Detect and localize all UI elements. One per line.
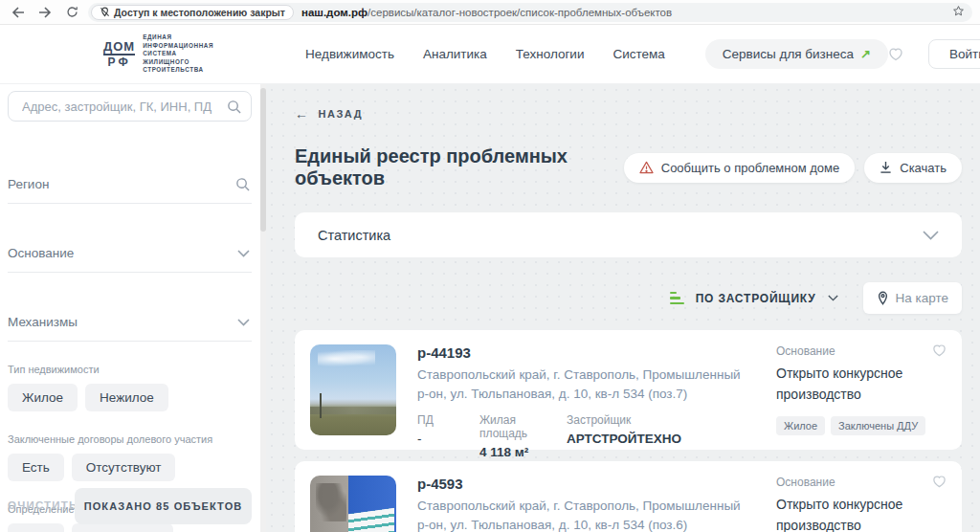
location-permission-chip[interactable]: Доступ к местоположению закрыт xyxy=(91,5,294,20)
url-path: /сервисы/каталог-новостроек/список-пробл… xyxy=(368,7,672,18)
main-content: ← НАЗАД Единый реестр проблемных объекто… xyxy=(266,84,980,532)
sidebar-scrollbar xyxy=(260,84,266,532)
login-button[interactable]: Войти xyxy=(928,39,980,69)
favorites-heart-icon[interactable] xyxy=(888,47,903,61)
basis-value: Открыто конкурсное производство xyxy=(776,495,925,532)
chip-court-no[interactable]: Отсутствует xyxy=(72,523,173,532)
address-bar[interactable]: Доступ к местоположению закрыт наш.дом.р… xyxy=(88,3,972,22)
tag-residential: Жилое xyxy=(776,416,825,435)
search-icon[interactable] xyxy=(227,100,241,114)
object-card[interactable]: р-4593 Ставропольский край, г. Ставропол… xyxy=(295,461,962,532)
filter-mechanisms[interactable]: Механизмы xyxy=(8,305,252,342)
chip-ddu-no[interactable]: Отсутствуют xyxy=(72,454,176,481)
show-on-map-label: На карте xyxy=(896,291,948,305)
filter-basis-label: Основание xyxy=(8,246,74,260)
search-field xyxy=(8,91,252,122)
location-blocked-icon xyxy=(100,7,110,17)
download-icon xyxy=(880,161,892,174)
chevron-down-icon xyxy=(923,231,939,240)
favorite-heart-icon[interactable] xyxy=(932,475,947,488)
url-text: наш.дом.рф/сервисы/каталог-новостроек/сп… xyxy=(301,7,945,18)
filter-region[interactable]: Регион xyxy=(8,167,252,204)
living-area-label: Жилая площадь xyxy=(479,413,567,440)
sort-label: ПО ЗАСТРОЙЩИКУ xyxy=(696,292,816,305)
object-basis-block: Основание Открыто конкурсное производств… xyxy=(776,344,947,435)
site-header: ДОМ РФ ЕДИНАЯ ИНФОРМАЦИОННАЯ СИСТЕМА ЖИЛ… xyxy=(0,25,980,84)
logo-subtitle-line: СИСТЕМА ЖИЛИЩНОГО xyxy=(143,50,213,66)
nav-item-system[interactable]: Система xyxy=(612,47,664,61)
chip-residential[interactable]: Жилое xyxy=(8,384,78,411)
url-host: наш.дом.рф xyxy=(301,7,368,18)
sidebar-scrollbar-thumb[interactable] xyxy=(260,88,266,232)
object-card[interactable]: р-44193 Ставропольский край, г. Ставропо… xyxy=(295,330,962,450)
sort-by-developer-control[interactable]: ПО ЗАСТРОЙЩИКУ xyxy=(670,292,838,305)
sort-row: ПО ЗАСТРОЙЩИКУ На карте xyxy=(295,282,962,314)
main-nav: Недвижимость Аналитика Технологии Систем… xyxy=(305,47,665,61)
back-link[interactable]: ← НАЗАД xyxy=(295,106,363,122)
title-actions: Сообщить о проблемном доме Скачать xyxy=(624,153,962,183)
business-services-button[interactable]: Сервисы для бизнеса ↗ xyxy=(705,39,888,69)
logo-line-dom: ДОМ xyxy=(103,40,135,55)
statistics-label: Статистика xyxy=(318,228,390,243)
chip-ddu-yes[interactable]: Есть xyxy=(8,454,64,481)
chevron-down-icon xyxy=(237,250,250,257)
filter-region-label: Регион xyxy=(8,177,49,191)
map-pin-icon xyxy=(877,291,889,305)
living-area-value: 4 118 м² xyxy=(479,445,567,459)
clear-filters-button[interactable]: ОЧИСТИТЬ xyxy=(8,499,78,511)
nav-item-real-estate[interactable]: Недвижимость xyxy=(305,47,394,61)
logo-subtitle-line: ЕДИНАЯ xyxy=(143,33,213,42)
sort-icon xyxy=(670,292,684,305)
ddu-label: Заключенные договоры долевого участия xyxy=(8,433,252,445)
logo-line-rf: РФ xyxy=(103,55,135,68)
logo-subtitle-line: ИНФОРМАЦИОННАЯ xyxy=(143,42,213,51)
filter-basis[interactable]: Основание xyxy=(8,236,252,273)
object-basis-block: Основание Открыто конкурсное производств… xyxy=(776,476,947,532)
browser-reload-icon[interactable] xyxy=(61,3,82,22)
chevron-down-icon xyxy=(237,319,250,326)
statistics-accordion[interactable]: Статистика xyxy=(295,212,962,257)
download-button[interactable]: Скачать xyxy=(864,153,962,183)
object-id: р-4593 xyxy=(417,476,754,492)
browser-forward-icon[interactable] xyxy=(34,3,56,22)
warning-triangle-icon xyxy=(639,161,654,174)
object-photo xyxy=(310,344,396,435)
external-link-arrow-icon: ↗ xyxy=(860,47,871,61)
back-label: НАЗАД xyxy=(319,108,363,120)
favorite-heart-icon[interactable] xyxy=(932,344,947,357)
filters-sidebar: Регион Основание Механизмы Тип недвижимо… xyxy=(0,84,266,532)
chip-non-residential[interactable]: Нежилое xyxy=(85,384,168,411)
object-photo xyxy=(310,476,396,532)
property-type-options: Жилое Нежилое xyxy=(8,384,252,411)
bookmark-star-icon[interactable] xyxy=(952,4,965,21)
logo-subtitle: ЕДИНАЯ ИНФОРМАЦИОННАЯ СИСТЕМА ЖИЛИЩНОГО … xyxy=(143,33,213,75)
nav-item-analytics[interactable]: Аналитика xyxy=(423,47,487,61)
browser-chrome: Доступ к местоположению закрыт наш.дом.р… xyxy=(0,0,980,25)
pd-value: - xyxy=(417,432,479,446)
back-arrow-icon: ← xyxy=(295,106,310,122)
browser-back-icon[interactable] xyxy=(8,3,29,22)
title-row: Единый реестр проблемных объектов Сообщи… xyxy=(295,145,962,189)
property-type-label: Тип недвижимости xyxy=(8,364,252,375)
download-label: Скачать xyxy=(900,161,947,175)
pd-label: ПД xyxy=(417,413,479,427)
report-problem-button[interactable]: Сообщить о проблемном доме xyxy=(624,153,856,183)
basis-label: Основание xyxy=(776,476,925,489)
permission-chip-label: Доступ к местоположению закрыт xyxy=(114,7,285,18)
business-services-label: Сервисы для бизнеса xyxy=(723,47,854,61)
show-results-button[interactable]: ПОКАЗАНО 85 ОБЪЕКТОВ xyxy=(75,488,252,524)
nav-item-technologies[interactable]: Технологии xyxy=(516,47,585,61)
search-input[interactable] xyxy=(22,100,227,114)
ddu-options: Есть Отсутствуют xyxy=(8,454,252,481)
dom-rf-logo[interactable]: ДОМ РФ ЕДИНАЯ ИНФОРМАЦИОННАЯ СИСТЕМА ЖИЛ… xyxy=(103,33,213,75)
filter-mechanisms-label: Механизмы xyxy=(8,315,78,329)
object-address: Ставропольский край, г. Ставрополь, Пром… xyxy=(417,497,754,532)
chip-court-yes[interactable]: Есть xyxy=(8,523,64,532)
developer-value: АРТСТРОЙТЕХНО xyxy=(567,432,681,446)
object-tags: Жилое Заключены ДДУ xyxy=(776,416,925,435)
chevron-down-icon xyxy=(828,295,838,301)
object-card-body: р-4593 Ставропольский край, г. Ставропол… xyxy=(417,476,754,532)
report-problem-label: Сообщить о проблемном доме xyxy=(661,161,840,175)
show-on-map-button[interactable]: На карте xyxy=(863,282,962,314)
dom-rf-logo-mark: ДОМ РФ xyxy=(103,40,135,68)
